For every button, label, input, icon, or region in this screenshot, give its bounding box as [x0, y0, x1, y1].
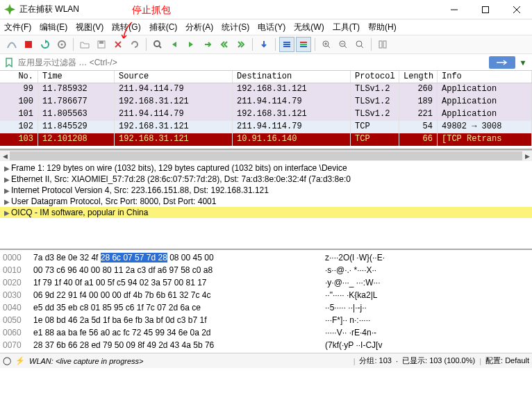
packet-row[interactable]: 10111.805563211.94.114.79192.168.31.121T… [0, 108, 532, 121]
status-interface: WLAN: <live capture in progress> [29, 357, 143, 365]
status-bar: ◯ ⚡ WLAN: <live capture in progress> | 分… [0, 353, 532, 368]
hex-pane[interactable]: 00007a d3 8e 0e 32 4f 28 6c 07 57 7d 28 … [0, 250, 532, 353]
packet-list-hscroll[interactable]: ◀▶ [0, 150, 532, 161]
detail-udp[interactable]: ▶User Datagram Protocol, Src Port: 8000,… [0, 196, 532, 207]
zoom-out-icon[interactable] [335, 37, 351, 52]
apply-filter-button[interactable] [489, 56, 515, 69]
svg-line-12 [159, 46, 161, 48]
add-filter-button[interactable]: ▾ [517, 56, 529, 69]
packet-list-header: No. Time Source Destination Protocol Len… [0, 71, 532, 83]
hex-row[interactable]: 0060e1 88 aa ba fe 56 a0 ac fc 72 45 99 … [3, 326, 529, 339]
display-filter-input[interactable] [15, 56, 489, 69]
stop-icon[interactable]: ◯ [3, 356, 11, 365]
menu-capture[interactable]: 捕获(C) [149, 22, 178, 33]
capture-options-icon[interactable] [54, 37, 69, 52]
close-button[interactable] [501, 0, 532, 19]
col-source[interactable]: Source [115, 71, 233, 83]
svg-rect-29 [383, 41, 386, 48]
status-packets: 分组: 103 [359, 356, 391, 366]
hex-row[interactable]: 00501e 08 bd 46 2a 5d 1f ba 6e fb 3a bf … [3, 314, 529, 326]
save-file-icon[interactable] [94, 37, 109, 52]
svg-line-27 [361, 46, 363, 48]
menu-wireless[interactable]: 无线(W) [294, 22, 324, 33]
reload-icon[interactable] [127, 37, 142, 52]
go-last-icon[interactable] [233, 37, 249, 52]
menu-stats[interactable]: 统计(S) [222, 22, 249, 33]
open-file-icon[interactable] [77, 37, 92, 52]
menu-file[interactable]: 文件(F) [4, 22, 31, 33]
menu-analyze[interactable]: 分析(A) [185, 22, 213, 33]
col-time[interactable]: Time [38, 71, 115, 83]
packet-details[interactable]: ▶Frame 1: 129 bytes on wire (1032 bits),… [0, 161, 532, 250]
col-destination[interactable]: Destination [233, 71, 351, 83]
hex-row[interactable]: 003006 9d 22 91 f4 00 00 00 df 4b 7b 6b … [3, 289, 529, 301]
svg-rect-17 [300, 44, 307, 45]
svg-rect-14 [283, 44, 290, 45]
packet-row[interactable]: 10312.101208192.168.31.12110.91.16.140TC… [0, 133, 532, 146]
go-back-icon[interactable] [167, 37, 182, 52]
col-no[interactable]: No. [0, 71, 38, 83]
detail-frame[interactable]: ▶Frame 1: 129 bytes on wire (1032 bits),… [0, 162, 532, 174]
svg-line-25 [344, 46, 347, 48]
maximize-button[interactable] [469, 0, 501, 19]
svg-rect-16 [300, 42, 307, 43]
bookmark-icon[interactable] [3, 56, 15, 69]
packet-list[interactable]: No. Time Source Destination Protocol Len… [0, 71, 532, 150]
expert-icon[interactable]: ⚡ [15, 356, 25, 365]
hex-row[interactable]: 00201f 79 1f 40 0f a1 00 5f c5 94 02 3a … [3, 276, 529, 289]
close-file-icon[interactable] [110, 37, 126, 52]
svg-point-6 [61, 44, 63, 46]
hex-row[interactable]: 001000 73 c6 96 40 00 80 11 2a c3 df a6 … [3, 264, 529, 276]
find-packet-icon[interactable] [150, 37, 165, 52]
menu-view[interactable]: 视图(V) [76, 22, 103, 33]
status-profile[interactable]: 配置: Default [485, 356, 529, 366]
menu-telephony[interactable]: 电话(Y) [258, 22, 285, 33]
filter-bar: ▾ [0, 54, 532, 71]
go-first-icon[interactable] [217, 37, 232, 52]
packet-row[interactable]: 10011.786677192.168.31.121211.94.114.79T… [0, 96, 532, 108]
col-info[interactable]: Info [438, 71, 532, 83]
start-capture-icon[interactable] [4, 37, 19, 52]
window-title: 正在捕获 WLAN [19, 3, 79, 15]
col-protocol[interactable]: Protocol [351, 71, 399, 83]
svg-rect-1 [482, 6, 488, 12]
go-to-packet-icon[interactable] [200, 37, 215, 52]
go-forward-icon[interactable] [183, 37, 199, 52]
svg-rect-13 [283, 42, 290, 43]
svg-point-11 [154, 41, 160, 47]
svg-rect-28 [379, 41, 382, 48]
colorize-rules-icon[interactable] [296, 37, 311, 52]
menu-edit[interactable]: 编辑(E) [40, 22, 67, 33]
resize-columns-icon[interactable] [375, 37, 390, 52]
auto-scroll-icon[interactable] [256, 37, 272, 52]
detail-ip[interactable]: ▶Internet Protocol Version 4, Src: 223.1… [0, 185, 532, 196]
svg-line-22 [328, 46, 330, 48]
menu-bar: 文件(F) 编辑(E) 视图(V) 跳转(G) 捕获(C) 分析(A) 统计(S… [0, 19, 532, 35]
toolbar [0, 35, 532, 54]
detail-ethernet[interactable]: ▶Ethernet II, Src: XIAOMIEl_57:7d:28 (28… [0, 174, 532, 185]
packet-row[interactable]: 9911.785932211.94.114.79192.168.31.121TL… [0, 83, 532, 96]
hex-row[interactable]: 007028 37 6b 66 28 ed 79 50 09 8f 49 2d … [3, 339, 529, 351]
colorize-icon[interactable] [279, 37, 294, 52]
svg-point-26 [356, 41, 362, 47]
status-displayed: 已显示: 103 (100.0%) [402, 356, 475, 366]
zoom-in-icon[interactable] [319, 37, 334, 52]
svg-rect-18 [300, 46, 307, 47]
packet-row[interactable]: 10211.845529192.168.31.121211.94.114.79T… [0, 121, 532, 133]
col-length[interactable]: Length [399, 71, 438, 83]
zoom-reset-icon[interactable] [352, 37, 367, 52]
menu-help[interactable]: 帮助(H) [368, 22, 397, 33]
app-icon [4, 4, 15, 15]
hex-row[interactable]: 0040e5 dd 35 eb c8 01 85 95 c6 1f 7c 07 … [3, 301, 529, 314]
minimize-button[interactable] [438, 0, 469, 19]
restart-capture-icon[interactable] [38, 37, 53, 52]
title-bar: 正在捕获 WLAN [0, 0, 532, 19]
menu-tools[interactable]: 工具(T) [333, 22, 360, 33]
stop-capture-icon[interactable] [21, 37, 36, 52]
menu-go[interactable]: 跳转(G) [112, 22, 140, 33]
svg-rect-15 [283, 46, 290, 47]
hex-row[interactable]: 00007a d3 8e 0e 32 4f 28 6c 07 57 7d 28 … [3, 251, 529, 264]
detail-oicq[interactable]: ▶OICQ - IM software, popular in China [0, 207, 532, 218]
svg-rect-4 [25, 41, 32, 48]
svg-rect-8 [99, 41, 103, 44]
